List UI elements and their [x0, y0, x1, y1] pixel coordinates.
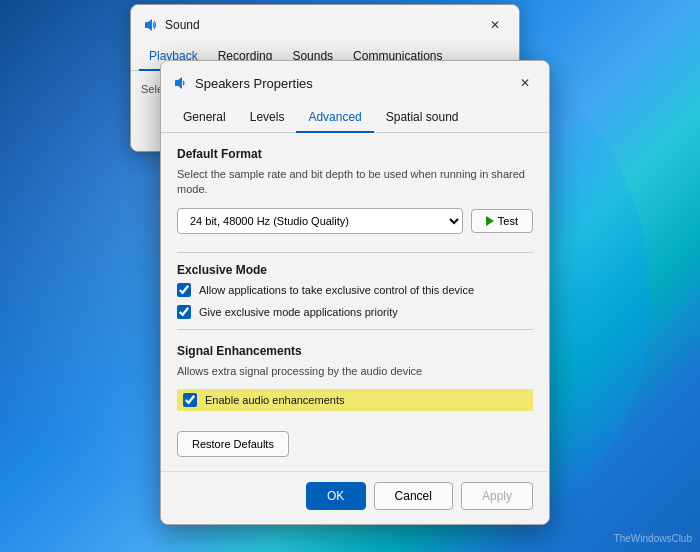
exclusive-option2-row: Give exclusive mode applications priorit…: [177, 305, 533, 319]
speakers-tabs: General Levels Advanced Spatial sound: [161, 103, 549, 133]
default-format-title: Default Format: [177, 147, 533, 161]
exclusive-option2-label: Give exclusive mode applications priorit…: [199, 306, 398, 318]
svg-rect-2: [175, 80, 178, 86]
speaker-icon: [143, 17, 159, 33]
restore-defaults-button[interactable]: Restore Defaults: [177, 431, 289, 457]
exclusive-option1-checkbox[interactable]: [177, 283, 191, 297]
speakers-titlebar: Speakers Properties ✕: [161, 61, 549, 103]
exclusive-option2-checkbox[interactable]: [177, 305, 191, 319]
svg-rect-0: [145, 22, 148, 28]
ok-button[interactable]: OK: [306, 482, 366, 510]
test-button[interactable]: Test: [471, 209, 533, 233]
speakers-title-left: Speakers Properties: [173, 75, 313, 91]
apply-button[interactable]: Apply: [461, 482, 533, 510]
format-row: 24 bit, 48000 Hz (Studio Quality) 16 bit…: [177, 208, 533, 234]
speakers-dialog: Speakers Properties ✕ General Levels Adv…: [160, 60, 550, 525]
divider-2: [177, 329, 533, 330]
sound-dialog-titlebar: Sound ✕: [131, 5, 519, 43]
signal-enhancements-title: Signal Enhancements: [177, 344, 533, 358]
default-format-desc: Select the sample rate and bit depth to …: [177, 167, 533, 198]
tab-levels[interactable]: Levels: [238, 103, 297, 133]
watermark: TheWindowsClub: [614, 533, 692, 544]
cancel-button[interactable]: Cancel: [374, 482, 453, 510]
signal-section: Signal Enhancements Allows extra signal …: [177, 344, 533, 411]
speakers-footer: OK Cancel Apply: [161, 471, 549, 524]
tab-advanced[interactable]: Advanced: [296, 103, 373, 133]
exclusive-option1-row: Allow applications to take exclusive con…: [177, 283, 533, 297]
sound-dialog-title: Sound: [165, 18, 200, 32]
sound-dialog-title-left: Sound: [143, 17, 200, 33]
tab-general[interactable]: General: [171, 103, 238, 133]
svg-marker-1: [148, 19, 152, 31]
enable-enhancements-label: Enable audio enhancements: [205, 394, 344, 406]
svg-marker-3: [178, 77, 182, 89]
speakers-icon: [173, 75, 189, 91]
sound-dialog-close-button[interactable]: ✕: [483, 13, 507, 37]
divider-1: [177, 252, 533, 253]
signal-enhancements-desc: Allows extra signal processing by the au…: [177, 364, 533, 379]
speakers-dialog-close-button[interactable]: ✕: [513, 71, 537, 95]
speakers-body: Default Format Select the sample rate an…: [161, 133, 549, 471]
exclusive-option1-label: Allow applications to take exclusive con…: [199, 284, 474, 296]
enable-enhancements-row: Enable audio enhancements: [177, 389, 533, 411]
enable-enhancements-checkbox[interactable]: [183, 393, 197, 407]
speakers-dialog-title: Speakers Properties: [195, 76, 313, 91]
exclusive-mode-title: Exclusive Mode: [177, 263, 533, 277]
play-icon: [486, 216, 494, 226]
format-select[interactable]: 24 bit, 48000 Hz (Studio Quality) 16 bit…: [177, 208, 463, 234]
tab-spatial-sound[interactable]: Spatial sound: [374, 103, 471, 133]
